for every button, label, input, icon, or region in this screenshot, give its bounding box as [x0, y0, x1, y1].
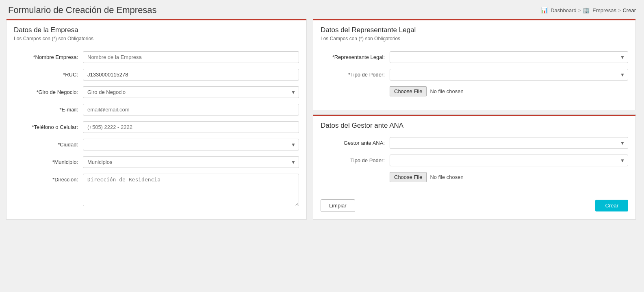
dashboard-icon	[541, 7, 549, 13]
tipo-poder-bottom-select[interactable]	[390, 155, 628, 166]
giro-negocio-group: *Giro de Negocio: Giro de Negocio ▼	[14, 86, 299, 98]
gestor-wrapper: ▼	[390, 137, 628, 149]
no-file-top-text: No file chosen	[430, 88, 463, 94]
tipo-poder-bottom-group: Tipo de Poder: ▼	[321, 155, 628, 166]
left-panel-body: *Nombre Empresa: *RUC: *Giro de Negocio:…	[7, 47, 306, 219]
breadcrumb-current: Crear	[622, 7, 636, 13]
breadcrumb-empresas[interactable]: Empresas	[592, 7, 616, 13]
limpiar-button[interactable]: Limpiar	[321, 199, 355, 212]
left-panel-title: Datos de la Empresa	[14, 26, 299, 34]
tipo-poder-top-label: *Tipo de Poder:	[321, 69, 390, 78]
telefono-input[interactable]	[83, 121, 299, 133]
breadcrumb-separator2: >	[618, 7, 621, 13]
left-panel-header: Datos de la Empresa Los Campos con (*) s…	[7, 19, 306, 47]
nombre-empresa-input[interactable]	[83, 51, 299, 63]
telefono-label: *Teléfono o Celular:	[14, 121, 83, 130]
tipo-poder-top-select[interactable]	[390, 69, 628, 81]
breadcrumb: Dashboard > Empresas > Crear	[541, 7, 636, 13]
giro-negocio-select[interactable]: Giro de Negocio	[83, 86, 299, 98]
right-top-panel-subtitle: Los Campos con (*) son Obligatorios	[321, 36, 628, 41]
tipo-poder-bottom-wrapper: ▼	[390, 155, 628, 166]
form-actions: Limpiar Crear	[313, 195, 635, 219]
file-top-wrapper: Choose File No file chosen	[390, 86, 464, 96]
right-top-panel: Datos del Representante Legal Los Campos…	[313, 19, 636, 110]
municipio-label: *Municipio:	[14, 156, 83, 165]
gestor-label: Gestor ante ANA:	[321, 137, 390, 146]
direccion-label: *Dirección:	[14, 174, 83, 183]
left-panel-subtitle: Los Campos con (*) son Obligatorios	[14, 36, 299, 41]
file-top-group: Choose File No file chosen	[321, 86, 628, 96]
direccion-textarea[interactable]	[83, 174, 299, 206]
right-bottom-panel-body: Gestor ante ANA: ▼ Tipo de Poder:	[313, 133, 635, 195]
nombre-empresa-group: *Nombre Empresa:	[14, 51, 299, 63]
municipio-group: *Municipio: Municipios ▼	[14, 156, 299, 168]
municipio-select[interactable]: Municipios	[83, 156, 299, 168]
tipo-poder-top-wrapper: ▼	[390, 69, 628, 81]
ciudad-label: *Ciudad:	[14, 139, 83, 148]
crear-button[interactable]: Crear	[595, 200, 628, 211]
no-file-bottom-text: No file chosen	[430, 174, 463, 180]
right-section: Datos del Representante Legal Los Campos…	[311, 19, 638, 220]
email-group: *E-mail:	[14, 104, 299, 115]
email-label: *E-mail:	[14, 104, 83, 113]
tipo-poder-top-group: *Tipo de Poder: ▼	[321, 69, 628, 81]
file-top-spacer	[321, 86, 390, 89]
choose-file-bottom-button[interactable]: Choose File	[390, 172, 427, 182]
file-bottom-group: Choose File No file chosen	[321, 172, 628, 182]
right-bottom-panel-header: Datos del Gestor ante ANA	[313, 115, 635, 133]
breadcrumb-dashboard[interactable]: Dashboard	[551, 7, 577, 13]
municipio-wrapper: Municipios ▼	[83, 156, 299, 168]
ruc-input[interactable]	[83, 69, 299, 81]
ciudad-wrapper: ▼	[83, 139, 299, 150]
empresas-icon	[583, 7, 591, 13]
representante-wrapper: ▼	[390, 51, 628, 63]
giro-negocio-wrapper: Giro de Negocio ▼	[83, 86, 299, 98]
direccion-group: *Dirección:	[14, 174, 299, 206]
representante-label: *Representante Legal:	[321, 51, 390, 60]
file-bottom-wrapper: Choose File No file chosen	[390, 172, 464, 182]
ciudad-group: *Ciudad: ▼	[14, 139, 299, 150]
gestor-select[interactable]	[390, 137, 628, 149]
giro-negocio-label: *Giro de Negocio:	[14, 86, 83, 95]
choose-file-top-button[interactable]: Choose File	[390, 86, 427, 96]
right-top-panel-header: Datos del Representante Legal Los Campos…	[313, 19, 635, 47]
right-top-panel-body: *Representante Legal: ▼ *Tipo de Poder:	[313, 47, 635, 109]
ruc-label: *RUC:	[14, 69, 83, 78]
ciudad-select[interactable]	[83, 139, 299, 150]
page-title: Formulario de Creación de Empresas	[8, 5, 157, 15]
right-bottom-panel-title: Datos del Gestor ante ANA	[321, 122, 628, 130]
left-panel: Datos de la Empresa Los Campos con (*) s…	[6, 19, 307, 220]
representante-group: *Representante Legal: ▼	[321, 51, 628, 63]
telefono-group: *Teléfono o Celular:	[14, 121, 299, 133]
gestor-group: Gestor ante ANA: ▼	[321, 137, 628, 149]
file-bottom-spacer	[321, 172, 390, 175]
email-input[interactable]	[83, 104, 299, 115]
ruc-group: *RUC:	[14, 69, 299, 81]
breadcrumb-separator1: >	[578, 7, 581, 13]
right-bottom-panel: Datos del Gestor ante ANA Gestor ante AN…	[313, 114, 636, 220]
right-top-panel-title: Datos del Representante Legal	[321, 26, 628, 34]
representante-select[interactable]	[390, 51, 628, 63]
nombre-empresa-label: *Nombre Empresa:	[14, 51, 83, 60]
tipo-poder-bottom-label: Tipo de Poder:	[321, 155, 390, 163]
